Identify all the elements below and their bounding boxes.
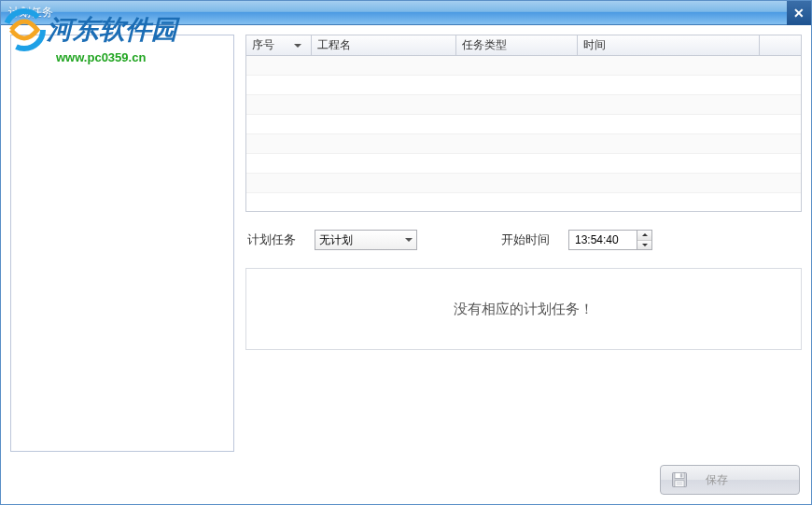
table-row xyxy=(246,76,801,95)
close-button[interactable]: ✕ xyxy=(787,1,811,25)
start-time-label: 开始时间 xyxy=(501,231,550,248)
save-icon xyxy=(670,470,689,489)
caret-up-icon xyxy=(642,233,648,236)
spinner-down-button[interactable] xyxy=(637,241,651,250)
save-button[interactable]: 保存 xyxy=(660,465,800,495)
column-header-spacer xyxy=(760,35,801,55)
scheduled-task-window: 计划任务 ✕ 序号 工程名 任务类型 xyxy=(0,0,812,505)
close-icon: ✕ xyxy=(793,6,805,21)
table-body[interactable] xyxy=(246,56,801,212)
table-row xyxy=(246,154,801,174)
table-row xyxy=(246,115,801,134)
window-title: 计划任务 xyxy=(8,5,53,21)
controls-row: 计划任务 无计划 开始时间 13:54:40 xyxy=(245,226,802,254)
start-time-value: 13:54:40 xyxy=(569,231,637,249)
caret-down-icon xyxy=(642,244,648,246)
footer: 保存 xyxy=(1,461,811,504)
column-header-project[interactable]: 工程名 xyxy=(312,35,456,55)
time-spinner xyxy=(637,231,651,249)
plan-task-value: 无计划 xyxy=(319,232,353,248)
table-row xyxy=(246,174,801,193)
sidebar-panel[interactable] xyxy=(10,35,234,452)
sort-arrow-icon xyxy=(294,44,301,48)
svg-rect-2 xyxy=(680,473,683,477)
column-header-time[interactable]: 时间 xyxy=(578,35,760,55)
table-row xyxy=(246,56,801,76)
plan-task-label: 计划任务 xyxy=(247,231,296,248)
plan-task-select[interactable]: 无计划 xyxy=(315,230,417,250)
content-area: 序号 工程名 任务类型 时间 xyxy=(1,25,811,461)
svg-rect-1 xyxy=(675,473,684,479)
chevron-down-icon xyxy=(405,238,413,242)
main-panel: 序号 工程名 任务类型 时间 xyxy=(245,35,802,452)
titlebar[interactable]: 计划任务 ✕ xyxy=(1,1,811,25)
start-time-input[interactable]: 13:54:40 xyxy=(568,230,652,250)
task-table: 序号 工程名 任务类型 时间 xyxy=(245,35,802,212)
table-row xyxy=(246,95,801,115)
svg-rect-3 xyxy=(675,481,684,487)
table-row xyxy=(246,193,801,212)
table-header: 序号 工程名 任务类型 时间 xyxy=(246,35,801,56)
table-row xyxy=(246,134,801,154)
spinner-up-button[interactable] xyxy=(637,231,651,241)
column-header-index[interactable]: 序号 xyxy=(246,35,312,55)
no-task-message: 没有相应的计划任务！ xyxy=(454,301,594,318)
save-button-label: 保存 xyxy=(706,472,728,488)
message-panel: 没有相应的计划任务！ xyxy=(245,268,802,350)
column-header-task-type[interactable]: 任务类型 xyxy=(456,35,578,55)
